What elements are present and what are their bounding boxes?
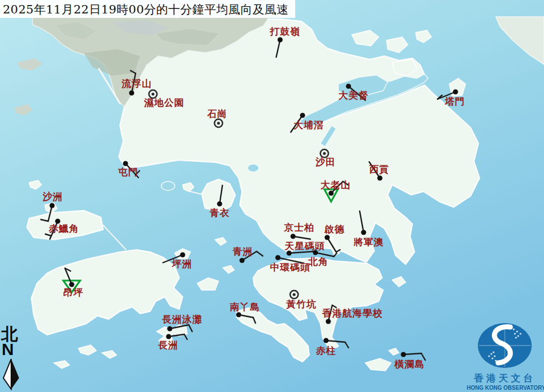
north-indicator: 北 N	[1, 326, 27, 392]
station-label: 屯門	[118, 166, 138, 178]
station-label: 將軍澳	[353, 236, 384, 248]
station-label: 大埔滘	[294, 119, 324, 130]
station-label: 大美督	[338, 90, 369, 101]
station-label: 京士柏	[283, 222, 314, 233]
station-dot	[377, 175, 382, 180]
station-dot	[275, 255, 280, 260]
station-label: 打鼓嶺	[269, 26, 300, 37]
shing-mun-reservoir	[248, 164, 259, 172]
station-label: 青洲	[233, 246, 253, 257]
station-dot	[49, 203, 54, 208]
calm-symbol-dot	[323, 152, 326, 155]
station-dot	[180, 252, 185, 257]
station-dot	[217, 201, 222, 206]
station-label: 中環碼頭	[270, 262, 310, 273]
station-dot	[277, 37, 282, 42]
calm-symbol-dot	[217, 122, 220, 124]
station-dot	[401, 352, 406, 357]
station-dot	[286, 250, 291, 255]
station-label: 昂坪	[63, 287, 83, 298]
station-label: 石崗	[207, 108, 227, 119]
station-label: 沙田	[315, 156, 336, 167]
station-dot	[453, 89, 458, 94]
hko-logo: 香港天文台 HONG KONG OBSERVATORY	[467, 322, 543, 391]
station-dot	[324, 235, 329, 240]
station-label: 啟德	[324, 223, 345, 235]
station-label: 青衣	[210, 207, 230, 218]
map-title: 2025年11月22日19時00分的十分鐘平均風向及風速	[0, 0, 295, 18]
station-label: 南丫島	[230, 301, 260, 312]
station-dot	[326, 319, 331, 324]
station-label: 黃竹坑	[286, 298, 317, 310]
station-dot	[123, 161, 128, 166]
station-label: 北角	[308, 256, 328, 267]
station-label: 赤柱	[315, 345, 336, 356]
station-dot	[129, 90, 134, 95]
station-dot	[361, 230, 366, 235]
station-label: 長洲	[158, 339, 178, 351]
station-label: 塔門	[444, 96, 465, 107]
calm-symbol-dot	[292, 293, 295, 296]
hko-logo-name-en: HONG KONG OBSERVATORY	[467, 385, 543, 391]
station-label: 長洲泳灘	[162, 314, 202, 325]
station-dot	[166, 334, 171, 339]
station-label: 赤鱲角	[48, 223, 79, 234]
station-label: 濕地公園	[143, 97, 184, 108]
station-dot	[313, 250, 318, 255]
hko-logo-name-zh: 香港天文台	[467, 372, 543, 385]
station-label: 坪洲	[171, 258, 192, 269]
station-dot	[346, 83, 351, 88]
calm-symbol-dot	[151, 92, 154, 95]
station-dot	[290, 234, 295, 239]
station-label: 橫瀾島	[394, 358, 425, 370]
station-dot	[300, 113, 305, 118]
station-dot	[323, 338, 328, 343]
station-dot	[328, 190, 333, 195]
station-label: 流浮山	[121, 78, 152, 89]
map-canvas: 打鼓嶺流浮山濕地公園石崗大美督大埔滘塔門沙田西貢大老山屯門沙洲赤鱲角青衣坪洲青洲…	[0, 0, 544, 392]
station-label: 天星碼頭	[284, 240, 325, 251]
north-arrow-icon	[1, 358, 21, 390]
wind-map-screen: 打鼓嶺流浮山濕地公園石崗大美督大埔滘塔門沙田西貢大老山屯門沙洲赤鱲角青衣坪洲青洲…	[0, 0, 544, 392]
station-label: 西貢	[369, 164, 389, 175]
station-label: 沙洲	[42, 191, 63, 202]
station-dot	[236, 312, 241, 317]
station-label: 香港航海學校	[322, 307, 383, 319]
station-label: 大老山	[320, 179, 351, 190]
tai-lam-reservoir	[161, 181, 175, 190]
station-dot	[167, 326, 172, 331]
hko-logo-icon	[476, 322, 533, 369]
station-dot	[239, 258, 244, 263]
